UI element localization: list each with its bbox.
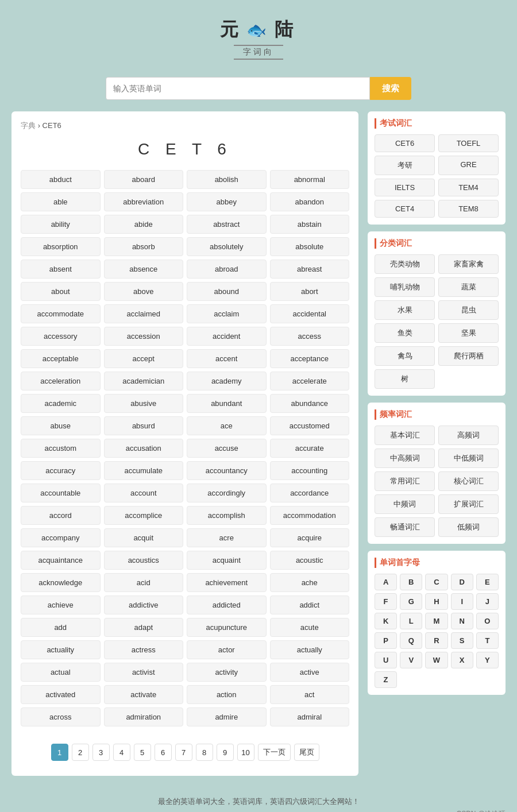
word-cell[interactable]: addict [270, 596, 350, 614]
word-cell[interactable]: abolish [187, 170, 267, 189]
frequency-tag[interactable]: 低频词 [438, 517, 499, 537]
word-cell[interactable]: accustom [21, 439, 101, 458]
word-cell[interactable]: academy [187, 372, 267, 390]
exam-tag[interactable]: TEM8 [438, 200, 499, 218]
word-cell[interactable]: accountancy [187, 461, 267, 480]
frequency-tag[interactable]: 畅通词汇 [375, 517, 435, 537]
page-button-2[interactable]: 2 [72, 744, 89, 761]
exam-tag[interactable]: 考研 [375, 156, 435, 175]
letter-button-W[interactable]: W [425, 652, 447, 668]
word-cell[interactable]: accountable [21, 484, 101, 502]
search-button[interactable]: 搜索 [370, 77, 411, 100]
letter-button-Q[interactable]: Q [400, 632, 422, 649]
word-cell[interactable]: acquit [104, 528, 184, 547]
word-cell[interactable]: admiration [104, 707, 184, 726]
word-cell[interactable]: admiral [270, 707, 350, 726]
category-tag[interactable]: 鱼类 [375, 323, 435, 343]
word-cell[interactable]: acid [104, 573, 184, 592]
frequency-tag[interactable]: 高频词 [438, 426, 499, 445]
category-tag[interactable]: 爬行两栖 [438, 346, 499, 366]
letter-button-X[interactable]: X [451, 652, 473, 668]
letter-button-P[interactable]: P [375, 632, 397, 649]
word-cell[interactable]: add [21, 618, 101, 637]
word-cell[interactable]: acre [187, 528, 267, 547]
word-cell[interactable]: abstract [187, 215, 267, 234]
letter-button-M[interactable]: M [425, 613, 447, 629]
letter-button-Y[interactable]: Y [476, 652, 499, 668]
word-cell[interactable]: abnormal [270, 170, 350, 189]
word-cell[interactable]: acoustic [270, 551, 350, 570]
word-cell[interactable]: across [21, 707, 101, 726]
word-cell[interactable]: accomplish [187, 506, 267, 525]
word-cell[interactable]: able [21, 192, 101, 211]
word-cell[interactable]: active [270, 663, 350, 682]
category-tag[interactable]: 蔬菜 [438, 277, 499, 297]
word-cell[interactable]: acceleration [21, 372, 101, 390]
word-cell[interactable]: acclaimed [104, 304, 184, 323]
page-button-1[interactable]: 1 [51, 744, 68, 761]
next-page-button[interactable]: 下一页 [258, 744, 291, 761]
word-cell[interactable]: accession [104, 327, 184, 346]
letter-button-H[interactable]: H [425, 593, 447, 610]
word-cell[interactable]: accumulate [104, 461, 184, 480]
exam-tag[interactable]: GRE [438, 156, 499, 175]
word-cell[interactable]: absent [21, 260, 101, 279]
word-cell[interactable]: about [21, 282, 101, 301]
category-tag[interactable]: 禽鸟 [375, 346, 435, 366]
word-cell[interactable]: abusive [104, 394, 184, 413]
word-cell[interactable]: accelerate [270, 372, 350, 390]
exam-tag[interactable]: CET6 [375, 134, 435, 152]
letter-button-G[interactable]: G [400, 593, 422, 610]
word-cell[interactable]: abort [270, 282, 350, 301]
word-cell[interactable]: admire [187, 707, 267, 726]
category-tag[interactable]: 哺乳动物 [375, 277, 435, 297]
word-cell[interactable]: abstain [270, 215, 350, 234]
category-tag[interactable]: 昆虫 [438, 300, 499, 320]
word-cell[interactable]: aboard [104, 170, 184, 189]
page-button-9[interactable]: 9 [217, 744, 234, 761]
word-cell[interactable]: accept [104, 349, 184, 368]
word-cell[interactable]: accurate [270, 439, 350, 458]
word-cell[interactable]: accidental [270, 304, 350, 323]
word-cell[interactable]: actual [21, 663, 101, 682]
category-tag[interactable]: 水果 [375, 300, 435, 320]
word-cell[interactable]: absence [104, 260, 184, 279]
frequency-tag[interactable]: 基本词汇 [375, 426, 435, 445]
word-cell[interactable]: abroad [187, 260, 267, 279]
letter-button-V[interactable]: V [400, 652, 422, 668]
word-cell[interactable]: abuse [21, 416, 101, 435]
word-cell[interactable]: abide [104, 215, 184, 234]
page-button-7[interactable]: 7 [175, 744, 192, 761]
word-cell[interactable]: achievement [187, 573, 267, 592]
letter-button-B[interactable]: B [400, 574, 422, 590]
letter-button-Z[interactable]: Z [375, 671, 397, 688]
word-cell[interactable]: actor [187, 640, 267, 659]
page-button-5[interactable]: 5 [134, 744, 151, 761]
letter-button-S[interactable]: S [451, 632, 473, 649]
word-cell[interactable]: accompany [21, 528, 101, 547]
word-cell[interactable]: act [270, 685, 350, 704]
word-cell[interactable]: above [104, 282, 184, 301]
page-button-8[interactable]: 8 [196, 744, 213, 761]
word-cell[interactable]: activated [21, 685, 101, 704]
word-cell[interactable]: accustomed [270, 416, 350, 435]
word-cell[interactable]: activate [104, 685, 184, 704]
word-cell[interactable]: abound [187, 282, 267, 301]
exam-tag[interactable]: TEM4 [438, 179, 499, 196]
word-cell[interactable]: acquaintance [21, 551, 101, 570]
letter-button-I[interactable]: I [451, 593, 473, 610]
word-cell[interactable]: acute [270, 618, 350, 637]
frequency-tag[interactable]: 常用词汇 [375, 471, 435, 491]
breadcrumb-home[interactable]: 字典 [21, 121, 36, 130]
word-cell[interactable]: accent [187, 349, 267, 368]
word-cell[interactable]: acceptable [21, 349, 101, 368]
last-page-button[interactable]: 尾页 [294, 744, 319, 761]
word-cell[interactable]: activist [104, 663, 184, 682]
word-cell[interactable]: accommodate [21, 304, 101, 323]
word-cell[interactable]: absolutely [187, 237, 267, 256]
word-cell[interactable]: addicted [187, 596, 267, 614]
letter-button-F[interactable]: F [375, 593, 397, 610]
word-cell[interactable]: actuality [21, 640, 101, 659]
word-cell[interactable]: abbreviation [104, 192, 184, 211]
category-tag[interactable]: 坚果 [438, 323, 499, 343]
